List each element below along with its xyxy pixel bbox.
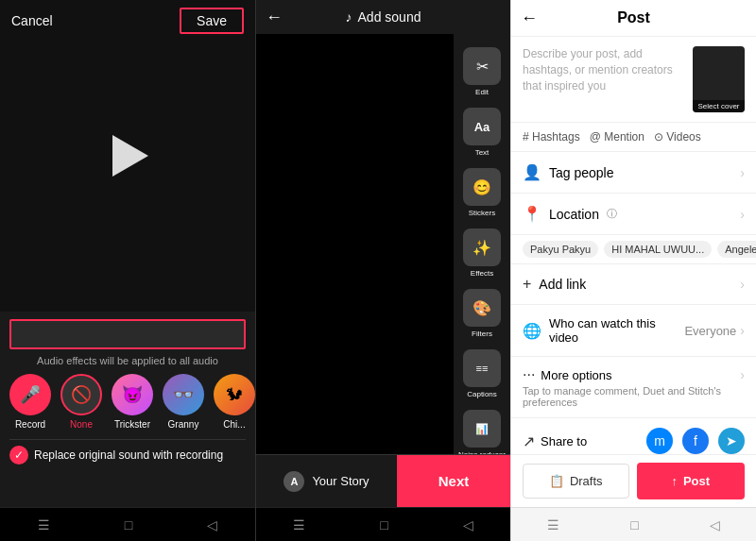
edit-icon: ✂	[463, 47, 501, 85]
who-watch-row[interactable]: 🌐 Who can watch this video Everyone ›	[511, 305, 756, 357]
effect-none[interactable]: 🚫 None	[60, 374, 102, 430]
effect-chipmunk[interactable]: 🐿 Chi...	[214, 374, 255, 430]
share-icons-group: m f ➤	[646, 428, 745, 454]
share-to-row: ↗ Share to m f ➤	[511, 418, 756, 454]
replace-sound-row[interactable]: ✓ Replace original sound with recording	[9, 439, 246, 470]
post-nav-square-icon[interactable]: □	[630, 517, 638, 533]
post-cover-thumbnail[interactable]: Select cover	[693, 46, 745, 112]
tag-people-left: 👤 Tag people	[523, 163, 614, 181]
who-watch-left: 🌐 Who can watch this video	[523, 316, 684, 345]
drafts-label: Drafts	[570, 474, 603, 488]
replace-check-icon: ✓	[9, 446, 28, 465]
nav-back-icon[interactable]: ◁	[207, 517, 217, 533]
video-preview[interactable]	[0, 0, 255, 312]
chipmunk-icon: 🐿	[214, 374, 255, 415]
more-options-label: More options	[541, 368, 611, 382]
sound-nav-back-icon[interactable]: ◁	[463, 517, 473, 533]
effect-record-label: Record	[15, 419, 45, 430]
effect-record[interactable]: 🎤 Record	[9, 374, 51, 430]
nav-home-icon[interactable]: ☰	[38, 517, 50, 533]
post-label: Post	[683, 474, 710, 488]
select-cover-label: Select cover	[693, 100, 745, 112]
more-options-row[interactable]: ··· More options › Tap to manage comment…	[511, 357, 756, 418]
record-icon: 🎤	[9, 374, 51, 415]
location-row[interactable]: 📍 Location ⓘ ›	[511, 194, 756, 235]
text-tool-button[interactable]: Aa Text	[463, 104, 501, 161]
your-story-button[interactable]: A Your Story	[256, 455, 397, 507]
editor-topbar: Cancel Save	[0, 0, 255, 42]
story-next-bar: A Your Story Next	[256, 454, 510, 507]
videos-tag[interactable]: ⊙ Videos	[654, 130, 701, 144]
share-facebook-button[interactable]: f	[682, 428, 709, 454]
stickers-label: Stickers	[469, 209, 495, 217]
post-title: Post	[617, 9, 650, 26]
tag-people-row[interactable]: 👤 Tag people ›	[511, 152, 756, 194]
post-description-text: Describe your post, add hashtags, or men…	[523, 46, 685, 112]
effect-none-label: None	[70, 419, 93, 430]
effect-chipmunk-label: Chi...	[223, 419, 245, 430]
hashtags-tag[interactable]: # Hashtags	[523, 130, 580, 144]
more-options-sublabel: Tap to manage comment, Duet and Stitch's…	[523, 385, 745, 408]
cancel-button[interactable]: Cancel	[11, 13, 53, 28]
trickster-icon: 😈	[112, 374, 153, 415]
share-telegram-button[interactable]: ➤	[718, 428, 745, 454]
location-tag-2[interactable]: HI MAHAL UWUU...	[604, 241, 712, 258]
editor-bottom-nav: ☰ □ ◁	[0, 507, 255, 541]
audio-effects-label: Audio effects will be applied to all aud…	[9, 355, 246, 366]
more-options-chevron-icon: ›	[740, 367, 745, 382]
add-link-row[interactable]: + Add link ›	[511, 264, 756, 305]
next-button[interactable]: Next	[397, 455, 510, 507]
captions-icon: ≡≡	[463, 349, 501, 387]
hashtag-row: # Hashtags @ Mention ⊙ Videos	[511, 123, 756, 152]
post-content: Describe your post, add hashtags, or men…	[511, 37, 756, 454]
location-label: Location	[549, 207, 599, 222]
location-tag-3[interactable]: Angeles City	[717, 241, 756, 258]
location-tag-1[interactable]: Pakyu Pakyu	[523, 241, 598, 258]
sound-panel: ← ♪ Add sound ✂ Edit Aa Text 😊 Stickers …	[255, 0, 510, 541]
drafts-button[interactable]: 📋 Drafts	[523, 464, 629, 499]
tag-people-icon: 👤	[523, 163, 541, 181]
post-nav-back-icon[interactable]: ◁	[710, 517, 720, 533]
location-tags-row: Pakyu Pakyu HI MAHAL UWUU... Angeles Cit…	[511, 235, 756, 264]
filters-label: Filters	[472, 330, 492, 338]
add-link-label: Add link	[539, 277, 586, 292]
add-sound-label: Add sound	[358, 9, 421, 25]
add-link-chevron-icon: ›	[740, 277, 745, 292]
effect-granny[interactable]: 👓 Granny	[163, 374, 204, 430]
share-messenger-button[interactable]: m	[646, 428, 673, 454]
share-to-icon: ↗	[523, 432, 535, 450]
effects-label: Effects	[471, 269, 493, 278]
post-back-button[interactable]: ←	[521, 8, 538, 28]
who-watch-right: Everyone ›	[684, 323, 745, 338]
nav-square-icon[interactable]: □	[125, 517, 132, 533]
captions-tool-button[interactable]: ≡≡ Captions	[463, 346, 501, 402]
effect-trickster[interactable]: 😈 Trickster	[112, 374, 153, 430]
edit-tool-button[interactable]: ✂ Edit	[463, 43, 501, 100]
save-button[interactable]: Save	[180, 8, 244, 34]
sound-back-button[interactable]: ←	[266, 8, 283, 27]
sound-nav-square-icon[interactable]: □	[380, 517, 387, 533]
post-button[interactable]: ↑ Post	[637, 463, 746, 499]
post-bottom-actions: 📋 Drafts ↑ Post	[511, 454, 756, 507]
location-info-icon: ⓘ	[607, 207, 617, 221]
post-header: ← Post	[511, 0, 756, 37]
sound-main: ✂ Edit Aa Text 😊 Stickers ✨ Effects 🎨 Fi…	[256, 34, 510, 454]
effects-tool-button[interactable]: ✨ Effects	[463, 225, 501, 281]
captions-label: Captions	[467, 390, 497, 398]
noise-reducer-button[interactable]: 📊 Noise reducer	[458, 406, 506, 454]
filters-tool-button[interactable]: 🎨 Filters	[463, 285, 501, 342]
sound-side-toolbar: ✂ Edit Aa Text 😊 Stickers ✨ Effects 🎨 Fi…	[454, 34, 510, 454]
post-upload-icon: ↑	[671, 474, 678, 488]
sound-video-area	[256, 34, 454, 454]
mention-tag[interactable]: @ Mention	[590, 130, 644, 144]
post-nav-home-icon[interactable]: ☰	[547, 517, 559, 533]
edit-label: Edit	[475, 88, 489, 96]
video-editor-panel: Cancel Save Audio effects will be applie…	[0, 0, 255, 541]
post-bottom-nav: ☰ □ ◁	[511, 507, 756, 541]
noise-reducer-icon: 📊	[463, 410, 501, 448]
text-label: Text	[475, 148, 490, 157]
sound-nav-home-icon[interactable]: ☰	[293, 517, 305, 533]
stickers-tool-button[interactable]: 😊 Stickers	[463, 164, 501, 221]
effect-trickster-label: Trickster	[114, 419, 150, 430]
sound-bottom-nav: ☰ □ ◁	[256, 507, 510, 541]
